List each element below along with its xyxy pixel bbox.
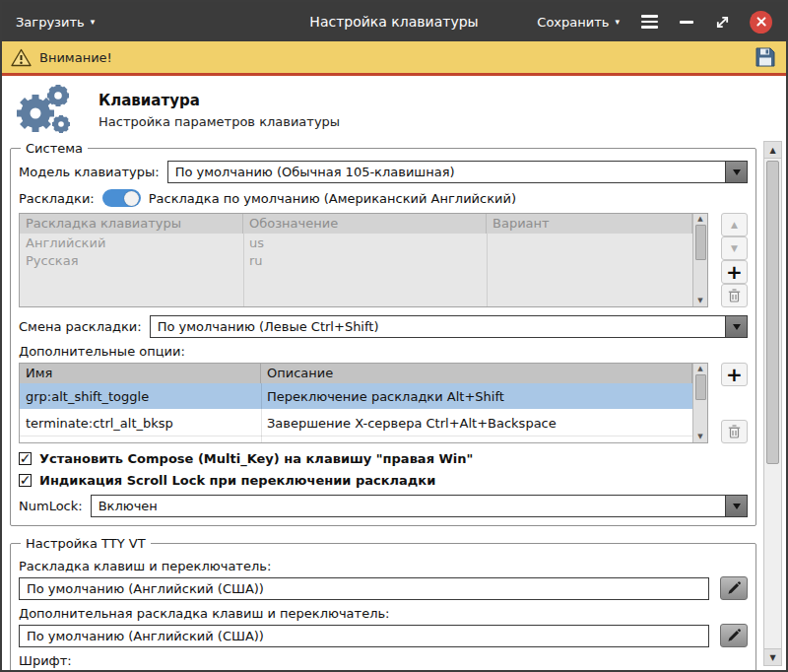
window-title: Настройка клавиатуры bbox=[309, 14, 478, 30]
trash-icon bbox=[728, 289, 741, 302]
tty-layout-field[interactable]: По умолчанию (Английский (США)) bbox=[19, 577, 709, 600]
arrow-up-icon: ▲ bbox=[731, 220, 738, 230]
extra-options-label: Дополнительные опции: bbox=[19, 344, 748, 359]
move-up-button[interactable]: ▲ bbox=[721, 213, 748, 236]
options-table-buttons: + bbox=[721, 363, 748, 443]
layout-code-cell: us bbox=[243, 235, 487, 250]
pencil-icon bbox=[727, 581, 741, 595]
layouts-table: Раскладка клавиатуры Обозначение Вариант… bbox=[19, 213, 708, 307]
menu-icon[interactable] bbox=[638, 12, 661, 32]
tty-layout-label: Раскладка клавиш и переключатель: bbox=[19, 559, 748, 573]
main-scrollbar[interactable]: ▲ ▼ bbox=[763, 141, 782, 666]
chevron-down-icon[interactable] bbox=[725, 162, 747, 182]
edit-tty-extra-layout-button[interactable] bbox=[720, 624, 748, 647]
tty-font-label: Шрифт: bbox=[19, 653, 748, 668]
scroll-lock-checkbox-label: Индикация Scroll Lock при переключении р… bbox=[39, 473, 435, 488]
add-layout-button[interactable]: + bbox=[721, 260, 748, 284]
save-menu-label: Сохранить bbox=[537, 15, 609, 30]
titlebar: Загрузить ▾ Настройка клавиатуры Сохрани… bbox=[2, 2, 786, 41]
option-name-cell: terminate:ctrl_alt_bksp bbox=[20, 416, 261, 431]
options-table: Имя Описание grp:alt_shift_toggle Перекл… bbox=[19, 363, 708, 443]
fullscreen-button[interactable] bbox=[714, 14, 731, 31]
minimize-icon bbox=[680, 21, 693, 24]
scrollbar-thumb[interactable] bbox=[695, 374, 706, 400]
layouts-table-scrollbar[interactable]: ▲ ▼ bbox=[692, 214, 707, 306]
scroll-down-button[interactable]: ▼ bbox=[764, 648, 781, 665]
expand-icon bbox=[714, 14, 731, 31]
scroll-down-icon[interactable]: ▼ bbox=[697, 432, 702, 442]
app-header: Клавиатура Настройка параметров клавиату… bbox=[2, 76, 786, 139]
scroll-lock-checkbox[interactable]: ✓ Индикация Scroll Lock при переключении… bbox=[19, 473, 748, 488]
layout-name-cell: Английский bbox=[20, 235, 243, 250]
save-menu-button[interactable]: Сохранить ▾ bbox=[537, 15, 620, 30]
default-layout-toggle-label: Раскладка по умолчанию (Американский Анг… bbox=[149, 191, 516, 206]
column-header: Описание bbox=[261, 364, 692, 383]
table-row[interactable]: terminate:ctrl_alt_bksp Завершение X-сер… bbox=[20, 410, 707, 437]
scrollbar-thumb[interactable] bbox=[695, 225, 706, 260]
delete-option-button[interactable] bbox=[721, 420, 748, 443]
gears-icon bbox=[12, 82, 79, 139]
layout-switch-value: По умолчанию (Левые Ctrl+Shift) bbox=[151, 319, 725, 334]
compose-checkbox-label: Установить Compose (Multi_Key) на клавиш… bbox=[39, 451, 473, 466]
column-header: Раскладка клавиатуры bbox=[20, 214, 243, 234]
chevron-down-icon[interactable] bbox=[725, 316, 747, 337]
numlock-value: Включен bbox=[92, 499, 725, 513]
scroll-up-button[interactable]: ▲ bbox=[764, 142, 781, 159]
tty-group: Настройка TTY VT Раскладка клавиш и пере… bbox=[10, 536, 756, 672]
delete-layout-button[interactable] bbox=[721, 284, 748, 307]
plus-icon: + bbox=[726, 367, 743, 382]
content-area: Клавиатура Настройка параметров клавиату… bbox=[2, 76, 786, 670]
pencil-icon bbox=[727, 629, 741, 642]
close-button[interactable] bbox=[750, 11, 772, 34]
page-subtitle: Настройка параметров клавиатуры bbox=[98, 114, 340, 129]
chevron-down-icon[interactable] bbox=[725, 496, 747, 516]
tty-extra-layout-label: Дополнительная раскладка клавиш и перекл… bbox=[19, 606, 748, 621]
load-menu-label: Загрузить bbox=[16, 15, 85, 30]
chevron-down-icon: ▾ bbox=[91, 18, 96, 27]
app-header-text: Клавиатура Настройка параметров клавиату… bbox=[98, 92, 340, 129]
edit-tty-layout-button[interactable] bbox=[720, 576, 748, 600]
system-group-legend: Система bbox=[21, 141, 88, 156]
table-row-selected[interactable]: grp:alt_shift_toggle Переключение раскла… bbox=[20, 383, 707, 410]
tty-extra-layout-field[interactable]: По умолчанию (Английский (США)) bbox=[19, 625, 709, 647]
move-down-button[interactable]: ▼ bbox=[721, 236, 748, 260]
load-menu-button[interactable]: Загрузить ▾ bbox=[16, 15, 95, 30]
compose-checkbox[interactable]: ✓ Установить Compose (Multi_Key) на клав… bbox=[19, 451, 748, 466]
scroll-up-icon[interactable]: ▲ bbox=[697, 214, 702, 225]
arrow-down-icon: ▼ bbox=[731, 243, 738, 253]
trash-icon bbox=[728, 425, 741, 438]
layout-switch-select[interactable]: По умолчанию (Левые Ctrl+Shift) bbox=[150, 315, 748, 338]
floppy-save-icon bbox=[755, 46, 776, 68]
minimize-button[interactable] bbox=[680, 12, 695, 32]
column-header: Вариант bbox=[487, 214, 692, 234]
option-description-cell: Завершение X-сервера Ctrl+Alt+Backspace bbox=[261, 416, 692, 431]
scroll-up-icon[interactable]: ▲ bbox=[697, 364, 702, 374]
add-option-button[interactable]: + bbox=[721, 363, 748, 386]
layouts-table-buttons: ▲ ▼ + bbox=[721, 213, 748, 307]
options-table-header: Имя Описание bbox=[20, 364, 707, 383]
warning-icon bbox=[11, 48, 32, 67]
column-header: Обозначение bbox=[243, 214, 487, 234]
settings-form: Система Модель клавиатуры: По умолчанию … bbox=[10, 141, 756, 666]
numlock-label: NumLock: bbox=[19, 499, 83, 513]
option-name-cell: grp:alt_shift_toggle bbox=[20, 389, 261, 404]
scroll-down-icon[interactable]: ▼ bbox=[697, 296, 702, 306]
keyboard-model-select[interactable]: По умолчанию (Обычная 105-клавишная) bbox=[167, 161, 748, 183]
save-file-button[interactable] bbox=[754, 45, 777, 69]
warning-bar: Внимание! bbox=[2, 41, 786, 76]
options-table-section: Имя Описание grp:alt_shift_toggle Перекл… bbox=[19, 363, 748, 443]
table-row: Английский us bbox=[20, 234, 707, 251]
layouts-table-header: Раскладка клавиатуры Обозначение Вариант bbox=[20, 214, 707, 234]
tty-group-legend: Настройка TTY VT bbox=[21, 536, 151, 551]
layout-name-cell: Русская bbox=[20, 253, 243, 268]
default-layout-toggle[interactable] bbox=[102, 189, 141, 207]
options-table-scrollbar[interactable]: ▲ ▼ bbox=[692, 364, 707, 442]
layouts-label: Раскладки: bbox=[19, 191, 95, 206]
checkbox-checked-icon: ✓ bbox=[19, 452, 32, 465]
scrollbar-thumb[interactable] bbox=[766, 161, 779, 464]
table-row: Русская ru bbox=[20, 251, 707, 269]
page-title: Клавиатура bbox=[98, 92, 340, 109]
checkbox-checked-icon: ✓ bbox=[19, 474, 32, 487]
numlock-select[interactable]: Включен bbox=[91, 495, 748, 517]
layout-switch-label: Смена раскладки: bbox=[19, 319, 142, 334]
